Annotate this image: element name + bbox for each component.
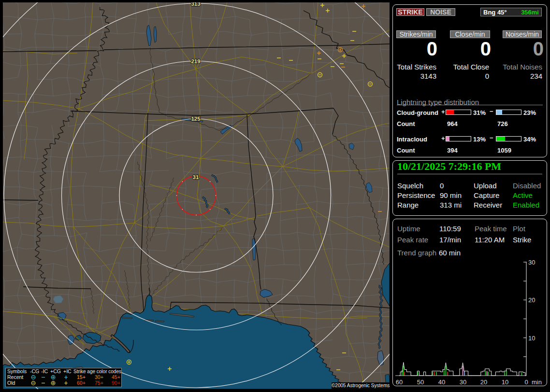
svg-text:60: 60 <box>396 378 403 386</box>
svg-text:20: 20 <box>480 378 487 386</box>
svg-text:30: 30 <box>528 259 535 266</box>
svg-text:40: 40 <box>438 378 445 386</box>
svg-text:50: 50 <box>417 378 424 386</box>
svg-text:10: 10 <box>502 378 508 386</box>
svg-text:0: 0 <box>524 378 528 386</box>
svg-text:min: min <box>532 378 542 386</box>
svg-text:30: 30 <box>460 378 466 386</box>
svg-text:10: 10 <box>528 335 535 342</box>
svg-text:20: 20 <box>528 296 535 304</box>
